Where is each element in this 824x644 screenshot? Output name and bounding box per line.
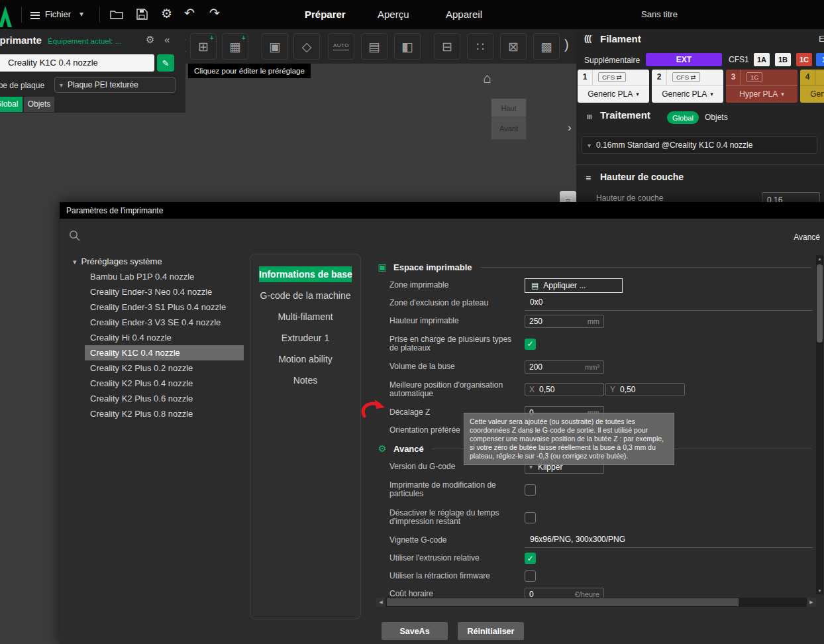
setting-label: Imprimante de modification de particules [389,481,525,498]
tab-preview[interactable]: Aperçu [378,9,409,20]
split-plate-icon[interactable]: ⊟ [434,33,460,60]
tree-item[interactable]: Creality K2 Plus 0.6 nozzle [85,391,244,406]
filament-slot[interactable]: 4Generic PLA▾ [800,70,824,103]
panel-collapse-icon[interactable]: › [568,121,572,134]
cfs-badge[interactable]: 1C [796,53,812,66]
scroll-up-icon[interactable]: ▲ [816,256,823,261]
settings-gear-icon[interactable]: ⚙ [161,7,172,20]
filament-slot[interactable]: 1CFS ⇄Generic PLA▾ [578,70,649,103]
horizontal-scrollbar[interactable]: ◀ ▶ [376,598,816,607]
printer-select[interactable]: Creality K1C 0.4 nozzle [0,54,154,72]
home-view-icon[interactable]: ⌂ [483,70,491,86]
save-icon[interactable] [136,9,148,23]
reset-button[interactable]: Réinitialiser [458,622,524,640]
setting-input[interactable]: 250mm [525,315,604,328]
vertical-scrollbar[interactable]: ▲ ▼ [816,255,823,594]
layout-icon[interactable]: ∷ [467,33,493,60]
view-cube-top[interactable]: Haut [491,98,527,117]
file-menu-label[interactable]: Fichier [45,9,71,19]
section-title: Avancé [393,444,424,454]
filament-slot[interactable]: 31CHyper PLA▾ [726,70,798,103]
setting-input[interactable]: Y0,50 [605,383,685,396]
toolbar-collapse-right-icon[interactable]: ) [564,37,569,52]
search-icon[interactable] [69,230,80,244]
tree-item[interactable]: Creality K1C 0.4 nozzle [85,345,244,360]
setting-unit: mm³ [585,363,599,371]
setting-wide-field[interactable]: 0x0 [525,295,813,311]
current-equipment-link[interactable]: Équipement actuel: ... [48,37,121,45]
setting-checkbox[interactable] [525,570,536,582]
filament-slot-header: 2CFS ⇄ [652,70,723,85]
ext-button[interactable]: EXT [646,53,722,66]
tab-device[interactable]: Appareil [446,9,482,20]
scroll-down-icon[interactable]: ▼ [816,588,823,593]
tree-item[interactable]: Creality K2 Plus 0.2 nozzle [85,360,244,376]
align-icon[interactable]: ▤ [361,33,387,60]
add-model-icon[interactable]: ⊞+ [190,33,217,60]
setting-wide-field[interactable]: 96x96/PNG, 300x300/PNG [525,533,813,548]
setting-input[interactable]: X0,50 [525,383,604,396]
add-plate-icon[interactable]: ▦+ [222,33,248,60]
printer-gear-icon[interactable]: ⚙ [146,34,154,46]
setting-checkbox[interactable] [525,484,536,496]
clean-icon[interactable]: ◧ [394,33,421,60]
filament-name[interactable]: Generic PLA▾ [578,85,649,103]
nav-item-informations-de-base[interactable]: Informations de base [259,266,352,282]
setting-input[interactable]: 200mm³ [525,360,604,374]
tree-item[interactable]: Creality K2 Plus 0.4 nozzle [85,376,244,391]
nav-item-extrudeur-1[interactable]: Extrudeur 1 [259,330,352,346]
scrollbar-thumb[interactable] [387,598,739,606]
tab-prepare[interactable]: Préparer [305,9,346,20]
process-tab-objects[interactable]: Objets [705,113,728,122]
orient-icon[interactable]: ◇ [293,33,320,60]
collapse-panel-icon[interactable]: « [164,34,170,45]
scroll-left-icon[interactable]: ◀ [376,598,386,607]
process-tab-global[interactable]: Global [667,111,699,124]
edit-preset-button[interactable]: ✎ [157,54,174,72]
tree-item[interactable]: Creality Ender-3 S1 Plus 0.4 nozzle [85,299,244,315]
tab-global[interactable]: Global [0,97,23,112]
setting-checkbox[interactable]: ✓ [525,553,536,564]
nav-item-notes[interactable]: Notes [259,372,352,388]
scale-icon[interactable]: ⊠ [500,33,527,60]
tab-objects[interactable]: Objets [24,97,54,112]
setting-checkbox[interactable] [525,512,536,523]
advanced-toggle[interactable]: Avancé [794,233,820,242]
assembly-icon[interactable]: ▩ [533,33,560,60]
setting-label: Vignette G-code [389,536,525,545]
open-folder-icon[interactable] [110,9,123,23]
setting-checkbox[interactable]: ✓ [525,339,536,350]
arrange-icon[interactable]: ▣ [262,33,288,60]
tree-item[interactable]: Creality Ender-3 Neo 0.4 nozzle [85,284,244,299]
tree-root[interactable]: ▾Préréglages système [73,254,278,269]
tree-item[interactable]: Creality Ender-3 V3 SE 0.4 nozzle [85,315,244,330]
plate-type-select[interactable]: ▾ Plaque PEI texturée [54,77,176,93]
tree-item[interactable]: Bambu Lab P1P 0.4 nozzle [85,269,244,284]
view-cube[interactable]: Haut Avant [491,98,527,140]
scrollbar-thumb[interactable] [817,264,823,343]
filament-name[interactable]: Generic PLA▾ [652,85,723,103]
filament-slot[interactable]: 2CFS ⇄Generic PLA▾ [652,70,723,103]
redo-icon[interactable]: ↷ [209,7,220,19]
undo-icon[interactable]: ↶ [184,7,195,19]
cfs-badge[interactable]: 1A [754,53,770,66]
chevron-down-icon[interactable]: ▾ [79,9,83,19]
filament-name[interactable]: Generic PLA▾ [800,85,824,103]
auto-icon[interactable]: AUTO [328,33,354,60]
nav-item-g-code-de-la-machine[interactable]: G-code de la machine [259,288,352,303]
nav-item-motion-ability[interactable]: Motion ability [259,351,352,367]
nav-item-multi-filament[interactable]: Multi-filament [259,309,352,325]
document-title: Sans titre [641,9,678,19]
filament-slot-tag: CFS ⇄ [672,72,700,82]
tree-item[interactable]: Creality Hi 0.4 nozzle [85,330,244,345]
cfs-badge[interactable]: 1B [775,53,791,66]
save-as-button[interactable]: SaveAs [382,622,448,640]
apply-button[interactable]: ▤Appliquer ... [525,278,623,293]
filament-name[interactable]: Hyper PLA▾ [726,85,798,103]
view-cube-front[interactable]: Avant [491,117,527,140]
tree-item[interactable]: Creality K2 Plus 0.8 nozzle [85,406,244,421]
process-preset-select[interactable]: ▾ 0.16mm Standard @Creality K1C 0.4 nozz… [582,136,817,154]
cfs-badge[interactable]: 1 [816,53,824,66]
filament-edge-text[interactable]: E [819,34,824,44]
scroll-right-icon[interactable]: ▶ [807,598,816,607]
